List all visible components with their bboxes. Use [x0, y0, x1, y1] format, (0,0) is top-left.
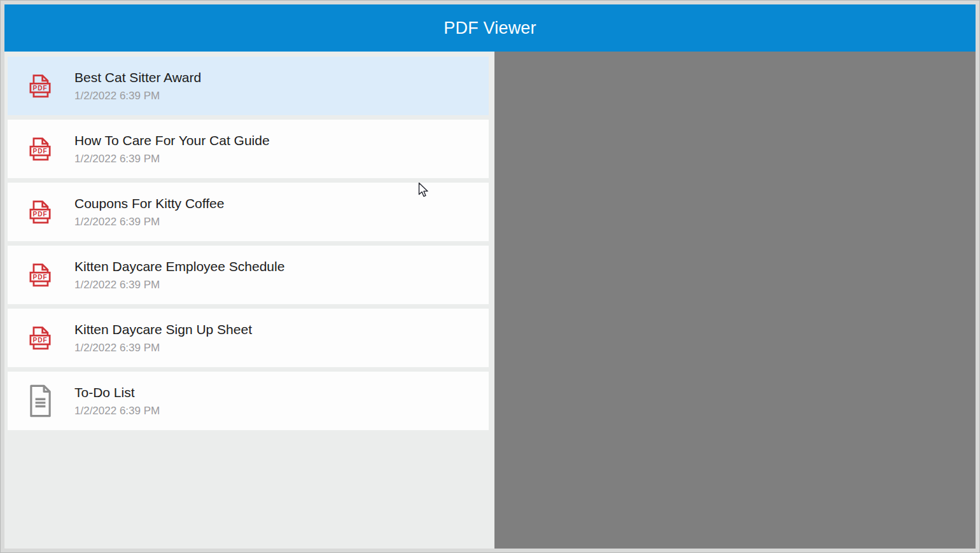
pdf-file-icon: PDF	[25, 197, 55, 227]
file-date: 1/2/2022 6:39 PM	[74, 405, 160, 417]
pdf-file-icon: PDF	[25, 71, 55, 101]
file-list-item[interactable]: PDF Best Cat Sitter Award 1/2/2022 6:39 …	[8, 57, 489, 115]
svg-text:PDF: PDF	[33, 211, 48, 218]
pdf-viewer-pane[interactable]	[494, 52, 976, 549]
main-content: PDF Best Cat Sitter Award 1/2/2022 6:39 …	[4, 52, 976, 549]
file-list-item[interactable]: PDF Coupons For Kitty Coffee 1/2/2022 6:…	[8, 183, 489, 241]
pdf-file-icon: PDF	[25, 134, 55, 164]
file-list-item[interactable]: PDF Kitten Daycare Sign Up Sheet 1/2/202…	[8, 309, 489, 367]
svg-text:PDF: PDF	[33, 85, 48, 92]
app-title: PDF Viewer	[444, 18, 536, 38]
text-file-icon	[25, 384, 55, 418]
pdf-file-icon: PDF	[25, 323, 55, 353]
pdf-file-icon: PDF	[25, 260, 55, 290]
app-header: PDF Viewer	[4, 4, 976, 52]
pdf-viewer-window: PDF Viewer PDF Best Cat Sitter Award 1/2…	[0, 0, 980, 553]
file-list-item[interactable]: PDF Kitten Daycare Employee Schedule 1/2…	[8, 246, 489, 304]
file-list-item[interactable]: To-Do List 1/2/2022 6:39 PM	[8, 372, 489, 430]
file-title: Kitten Daycare Employee Schedule	[74, 258, 284, 274]
svg-text:PDF: PDF	[33, 148, 48, 155]
file-date: 1/2/2022 6:39 PM	[74, 216, 224, 228]
file-list-item[interactable]: PDF How To Care For Your Cat Guide 1/2/2…	[8, 120, 489, 178]
file-title: Kitten Daycare Sign Up Sheet	[74, 321, 252, 337]
svg-text:PDF: PDF	[33, 274, 48, 281]
file-list: PDF Best Cat Sitter Award 1/2/2022 6:39 …	[4, 52, 494, 549]
file-date: 1/2/2022 6:39 PM	[74, 342, 252, 354]
file-title: Best Cat Sitter Award	[74, 69, 201, 85]
svg-text:PDF: PDF	[33, 337, 48, 344]
file-title: Coupons For Kitty Coffee	[74, 195, 224, 211]
file-title: How To Care For Your Cat Guide	[74, 132, 270, 148]
file-date: 1/2/2022 6:39 PM	[74, 153, 270, 165]
file-title: To-Do List	[74, 384, 160, 400]
file-date: 1/2/2022 6:39 PM	[74, 90, 201, 102]
file-date: 1/2/2022 6:39 PM	[74, 279, 284, 291]
